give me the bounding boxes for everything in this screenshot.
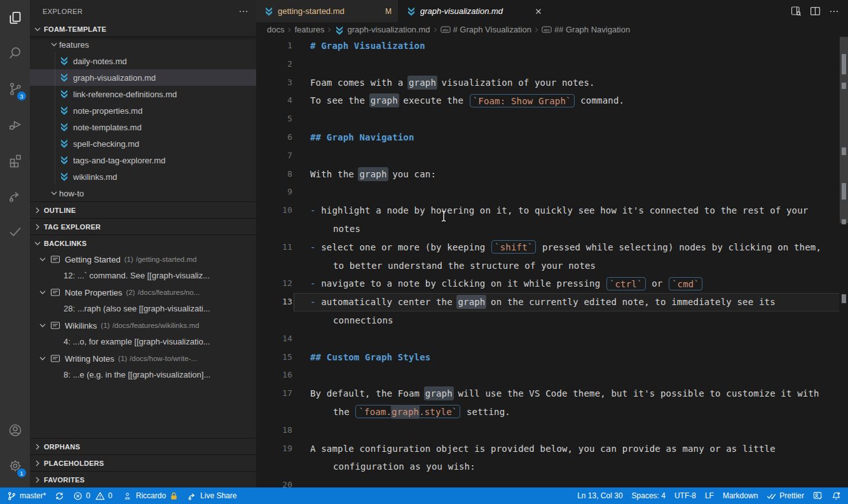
activity-item-search[interactable] (0, 36, 30, 71)
editor-line[interactable]: to better understand the structure of yo… (256, 257, 848, 275)
editor-line[interactable]: notes (256, 220, 848, 238)
backlink-reference[interactable]: 12: ...` command. See [[graph-visualiz..… (30, 268, 256, 284)
section-header-tag-explorer[interactable]: TAG EXPLORER (30, 218, 256, 235)
backlink-count: (1) (124, 255, 133, 263)
tab-graph-visualization[interactable]: graph-visualization.md (399, 0, 551, 22)
editor-line[interactable]: 2 (256, 55, 848, 74)
abc-icon: abc (441, 25, 451, 34)
editor-line[interactable]: configuration as you wish: (256, 458, 848, 476)
section-label: ORPHANS (44, 443, 80, 451)
editor-line[interactable]: 6## Graph Navigation (256, 128, 848, 147)
status-git-branch[interactable]: master* (3, 487, 50, 504)
section-header-placeholders[interactable]: PLACEHOLDERS (30, 454, 256, 471)
editor-line[interactable]: 9 (256, 183, 848, 201)
section-header-outline[interactable]: OUTLINE (30, 201, 256, 218)
sidebar-item-wikilinks-md[interactable]: wikilinks.md (30, 168, 256, 185)
backlinks-title: BACKLINKS (44, 240, 86, 247)
backlink-reference[interactable]: 8: ...e (e.g. in the [[graph-visualizati… (30, 367, 256, 383)
backlink-group[interactable]: Getting Started(1) /getting-started.md (30, 251, 256, 268)
feedback-icon (813, 491, 823, 501)
backlink-count: (1) (118, 355, 127, 362)
editor-line[interactable]: 3Foam comes with a graph visualization o… (256, 74, 848, 92)
sidebar-item-daily-notes-md[interactable]: daily-notes.md (30, 53, 256, 69)
status-eol[interactable]: LF (701, 487, 718, 504)
backlink-reference[interactable]: 4: ...o, for example [[graph-visualizati… (30, 334, 256, 350)
editor-line[interactable]: 7 (256, 147, 848, 165)
editor-line[interactable]: 5 (256, 110, 848, 128)
status-encoding[interactable]: UTF-8 (670, 487, 701, 504)
sidebar-item-link-reference-definitions-md[interactable]: link-reference-definitions.md (30, 86, 256, 102)
backlink-path: /docs/how-to/write-... (130, 355, 197, 362)
sidebar-item-graph-visualization-md[interactable]: graph-visualization.md (30, 69, 256, 86)
backlink-group[interactable]: Writing Notes(1) /docs/how-to/write-... (30, 350, 256, 367)
backlink-group[interactable]: Wikilinks(1) /docs/features/wikilinks.md (30, 317, 256, 334)
activity-item-run-debug[interactable] (0, 107, 30, 142)
more-actions-icon[interactable] (238, 6, 249, 17)
token-tick: ` (473, 95, 479, 106)
backlink-reference[interactable]: 28: ...raph (also see [[graph-visualizat… (30, 301, 256, 317)
editor-line[interactable]: 18 (256, 421, 848, 440)
breadcrumb-item[interactable]: graph-visualization.md (334, 25, 430, 34)
editor-line[interactable]: connections (256, 311, 848, 330)
backlinks-section-header[interactable]: BACKLINKS (30, 235, 256, 251)
editor-line[interactable]: 12- navigate to a note by clicking on it… (256, 275, 848, 293)
activity-item-live-share[interactable] (0, 178, 30, 214)
status-prettier[interactable]: Prettier (762, 487, 809, 504)
tab-getting-started[interactable]: getting-started.mdM (256, 0, 399, 22)
chevdown-icon (38, 353, 48, 364)
activity-item-account[interactable] (0, 412, 30, 448)
editor-line[interactable]: 19A sample configuration object is provi… (256, 440, 848, 458)
activity-item-source-control[interactable]: 3 (0, 71, 30, 107)
editor-line[interactable]: 15## Custom Graph Styles (256, 348, 848, 367)
project-section-header[interactable]: FOAM-TEMPLATE (30, 22, 256, 36)
sidebar-item-features[interactable]: features (30, 36, 256, 53)
sidebar-item-note-templates-md[interactable]: note-templates.md (30, 119, 256, 135)
editor-line[interactable]: the `foam.graph.style` setting. (256, 403, 848, 421)
editor-line[interactable]: 17By default, the Foam graph will use th… (256, 385, 848, 403)
ellipsis-icon[interactable] (828, 5, 840, 18)
status-problems[interactable]: 00 (69, 487, 118, 504)
breadcrumb-item[interactable]: abc# Graph Visualization (441, 25, 531, 34)
line-content: - navigate to a note by clicking on it w… (292, 275, 703, 293)
backlink-count: (1) (101, 322, 110, 329)
activity-item-extensions[interactable] (0, 142, 30, 178)
activity-item-settings[interactable]: 1 (0, 448, 30, 484)
status-notifications[interactable] (827, 487, 845, 504)
status-live-share[interactable]: Live Share (183, 487, 241, 504)
status-cursor-position[interactable]: Ln 13, Col 30 (573, 487, 627, 504)
open-preview-icon[interactable] (790, 5, 802, 18)
editor-line[interactable]: 13- automatically center the graph on th… (256, 293, 848, 311)
line-content: ## Custom Graph Styles (292, 348, 430, 367)
editor-line[interactable]: 16 (256, 366, 848, 385)
breadcrumb-item[interactable]: docs (267, 25, 284, 34)
sidebar-item-how-to[interactable]: how-to (30, 185, 256, 201)
split-editor-icon[interactable] (809, 5, 821, 18)
status-indentation[interactable]: Spaces: 4 (627, 487, 670, 504)
breadcrumb-item[interactable]: features (294, 25, 324, 34)
status-language[interactable]: Markdown (718, 487, 762, 504)
line-number: 9 (256, 183, 292, 201)
sidebar-item-tags-and-tag-explorer-md[interactable]: tags-and-tag-explorer.md (30, 152, 256, 168)
backlink-group[interactable]: Note Properties(2) /docs/features/no... (30, 284, 256, 301)
editor-line[interactable]: 10- highlight a node by hovering on it, … (256, 201, 848, 220)
sidebar-item-spell-checking-md[interactable]: spell-checking.md (30, 135, 256, 152)
sidebar-item-note-properties-md[interactable]: note-properties.md (30, 102, 256, 119)
close-icon[interactable] (533, 6, 544, 17)
editor-line[interactable]: 14 (256, 330, 848, 348)
lock-icon (169, 491, 179, 501)
status-sync[interactable] (50, 487, 69, 504)
editor-line[interactable]: 1# Graph Visualization (256, 37, 848, 55)
status-feedback[interactable] (809, 487, 827, 504)
status-account[interactable]: Riccardo (119, 487, 183, 504)
section-header-orphans[interactable]: ORPHANS (30, 438, 256, 454)
activity-item-checks[interactable] (0, 214, 30, 249)
editor-line[interactable]: 11- select one or more (by keeping `shif… (256, 238, 848, 257)
breadcrumb-item[interactable]: abc## Graph Navigation (542, 25, 630, 34)
activity-item-explorer[interactable] (0, 0, 30, 36)
editor-line[interactable]: 8With the graph you can: (256, 165, 848, 184)
mdarrow-icon (59, 155, 69, 165)
editor-line[interactable]: 4To see the graph execute the `Foam: Sho… (256, 92, 848, 110)
dblcheck-icon (767, 491, 776, 501)
section-header-favorites[interactable]: FAVORITES (30, 471, 256, 487)
editor-line[interactable]: 20 (256, 476, 848, 487)
